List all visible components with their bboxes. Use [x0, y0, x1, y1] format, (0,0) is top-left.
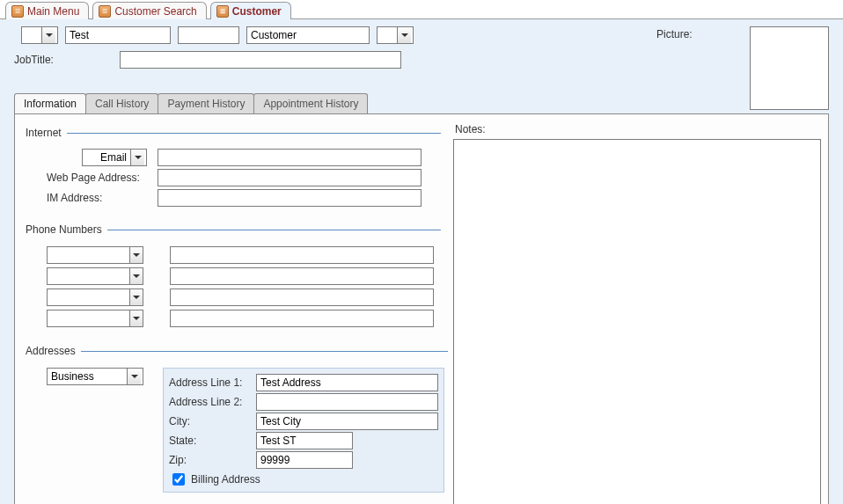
address-line2-label: Address Line 2: — [169, 396, 253, 408]
phone-row-2 — [47, 267, 437, 285]
left-column: Internet Web Page Address: IM Addre — [22, 121, 444, 504]
window-tab-main-menu[interactable]: Main Menu — [5, 2, 89, 19]
phone-type-input[interactable] — [48, 268, 129, 284]
prefix-input[interactable] — [22, 27, 41, 43]
im-address-input[interactable] — [158, 189, 422, 207]
last-name-input[interactable] — [246, 26, 370, 44]
phone-row-3 — [47, 289, 437, 306]
zip-label: Zip: — [169, 454, 253, 466]
address-line2-input[interactable] — [256, 393, 438, 411]
dropdown-caret-icon[interactable] — [41, 27, 55, 43]
dropdown-caret-icon[interactable] — [130, 150, 144, 165]
window-tab-customer[interactable]: Customer — [210, 2, 291, 19]
sub-tab-payment-history[interactable]: Payment History — [158, 93, 254, 113]
phone-type-input[interactable] — [48, 247, 129, 263]
sub-tab-information[interactable]: Information — [14, 93, 86, 113]
phone-type-combo[interactable] — [47, 310, 143, 327]
suffix-combo[interactable] — [377, 26, 414, 44]
sub-tab-appointment-history[interactable]: Appointment History — [253, 93, 368, 113]
address-fields: Address Line 1: Address Line 2: City: — [163, 368, 444, 493]
phone-group: Phone Numbers — [26, 223, 441, 334]
billing-address-label: Billing Address — [191, 473, 260, 486]
address-type-combo[interactable] — [47, 368, 143, 385]
prefix-combo[interactable] — [21, 26, 58, 44]
dropdown-caret-icon[interactable] — [129, 268, 143, 284]
phone-number-input[interactable] — [170, 267, 434, 285]
phone-number-input[interactable] — [170, 289, 434, 306]
phone-number-input[interactable] — [170, 246, 434, 264]
notes-textarea[interactable] — [453, 139, 821, 504]
state-input[interactable] — [256, 432, 353, 449]
phone-type-combo[interactable] — [47, 267, 143, 285]
picture-placeholder[interactable] — [750, 26, 829, 110]
information-panel: Internet Web Page Address: IM Addre — [14, 113, 829, 504]
phone-type-combo[interactable] — [47, 289, 143, 306]
city-label: City: — [169, 415, 253, 427]
picture-area: Picture: — [656, 26, 829, 110]
phone-row-4 — [47, 310, 437, 327]
address-line1-label: Address Line 1: — [169, 376, 253, 389]
address-type-input[interactable] — [48, 369, 127, 384]
phone-legend: Phone Numbers — [26, 223, 107, 236]
job-title-input[interactable] — [120, 51, 401, 69]
picture-label: Picture: — [656, 26, 693, 40]
city-input[interactable] — [256, 413, 438, 430]
form-icon — [11, 5, 24, 18]
right-column: Notes: — [453, 121, 821, 504]
dropdown-caret-icon[interactable] — [129, 247, 143, 263]
dropdown-caret-icon[interactable] — [127, 369, 141, 384]
state-label: State: — [169, 435, 253, 447]
zip-input[interactable] — [256, 451, 353, 469]
phone-number-input[interactable] — [170, 310, 434, 327]
dropdown-caret-icon[interactable] — [397, 27, 411, 43]
form-icon — [99, 5, 111, 18]
sub-tab-call-history[interactable]: Call History — [85, 93, 158, 113]
internet-legend: Internet — [26, 127, 67, 139]
addresses-legend: Addresses — [26, 345, 81, 357]
notes-label: Notes: — [455, 123, 821, 135]
internet-group: Internet Web Page Address: IM Addre — [26, 127, 441, 213]
dropdown-caret-icon[interactable] — [129, 310, 143, 326]
tab-label: Customer Search — [114, 5, 196, 18]
addresses-group: Addresses Address Line 1: — [26, 345, 448, 496]
phone-type-input[interactable] — [48, 289, 129, 305]
window-tab-bar: Main Menu Customer Search Customer — [0, 0, 843, 19]
form-icon — [216, 5, 229, 18]
web-address-label: Web Page Address: — [29, 172, 152, 184]
dropdown-caret-icon[interactable] — [129, 289, 143, 305]
suffix-input[interactable] — [378, 27, 397, 43]
email-input[interactable] — [158, 149, 422, 166]
phone-type-input[interactable] — [48, 310, 129, 326]
email-type-combo[interactable] — [82, 149, 147, 166]
phone-type-combo[interactable] — [47, 246, 143, 264]
address-line1-input[interactable] — [256, 374, 438, 391]
form-body: Picture: JobTitle: Information Call Hist… — [0, 19, 843, 504]
email-type-input[interactable] — [83, 150, 130, 165]
phone-row-1 — [47, 246, 437, 264]
billing-address-checkbox[interactable] — [172, 473, 185, 486]
job-title-label: JobTitle: — [14, 54, 111, 66]
middle-name-input[interactable] — [178, 26, 239, 44]
im-address-label: IM Address: — [29, 192, 152, 204]
tab-label: Customer — [232, 5, 282, 18]
tab-label: Main Menu — [27, 5, 79, 18]
window-tab-customer-search[interactable]: Customer Search — [92, 2, 206, 19]
web-address-input[interactable] — [158, 169, 422, 186]
first-name-input[interactable] — [65, 26, 171, 44]
